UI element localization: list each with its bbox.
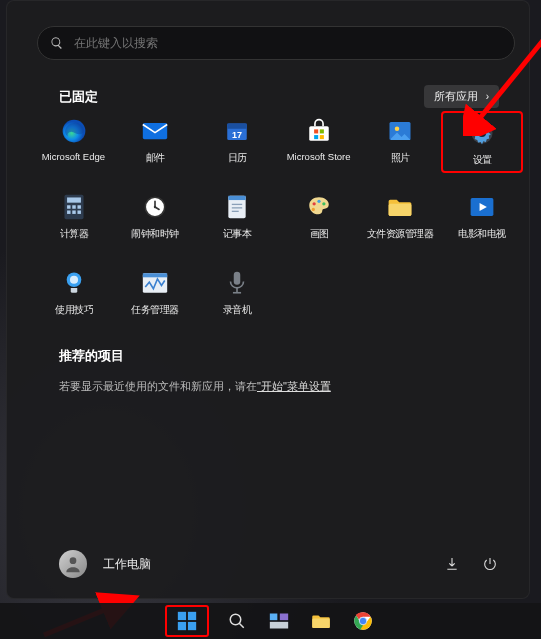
svg-rect-17	[72, 205, 75, 208]
svg-point-23	[154, 206, 156, 208]
search-icon	[228, 612, 246, 630]
folder-icon	[311, 612, 331, 630]
user-actions	[443, 555, 499, 573]
app-edge[interactable]: Microsoft Edge	[33, 111, 115, 173]
svg-rect-38	[143, 273, 167, 277]
download-icon[interactable]	[443, 555, 461, 573]
svg-rect-7	[320, 129, 324, 133]
svg-rect-8	[314, 135, 318, 139]
svg-point-13	[478, 129, 486, 137]
svg-rect-47	[177, 622, 185, 630]
svg-point-42	[70, 557, 77, 564]
notepad-icon	[223, 193, 251, 221]
svg-point-11	[395, 127, 400, 132]
pinned-apps-grid: Microsoft Edge 邮件 17 日历 Microsoft Store …	[33, 111, 523, 325]
search-icon	[50, 36, 64, 50]
taskbar-chrome[interactable]	[349, 607, 377, 635]
taskmgr-icon	[141, 269, 169, 297]
edge-icon	[60, 117, 88, 145]
svg-point-36	[70, 276, 78, 284]
svg-rect-33	[389, 204, 412, 216]
svg-rect-21	[77, 210, 80, 213]
pinned-title: 已固定	[59, 88, 98, 106]
svg-rect-15	[67, 197, 81, 202]
svg-rect-5	[309, 126, 329, 141]
svg-rect-52	[279, 614, 287, 621]
start-settings-link[interactable]: "开始"菜单设置	[257, 380, 331, 392]
app-explorer[interactable]: 文件资源管理器	[360, 187, 442, 249]
mail-icon	[141, 117, 169, 145]
svg-rect-51	[269, 614, 277, 621]
app-clock[interactable]: 闹钟和时钟	[115, 187, 197, 249]
svg-rect-48	[187, 622, 195, 630]
app-label: 日历	[228, 151, 247, 164]
all-apps-button[interactable]: 所有应用 ›	[424, 85, 499, 108]
svg-rect-53	[269, 622, 287, 629]
app-label: 文件资源管理器	[367, 227, 434, 240]
app-calendar[interactable]: 17 日历	[196, 111, 278, 173]
power-icon[interactable]	[481, 555, 499, 573]
movies-icon	[468, 193, 496, 221]
app-label: 任务管理器	[132, 303, 180, 316]
app-notepad[interactable]: 记事本	[196, 187, 278, 249]
app-label: 设置	[473, 153, 492, 166]
app-label: 录音机	[223, 303, 252, 316]
svg-rect-9	[320, 135, 324, 139]
app-tips[interactable]: 使用技巧	[33, 263, 115, 325]
calendar-icon: 17	[223, 117, 251, 145]
svg-rect-54	[312, 619, 330, 628]
app-photos[interactable]: 照片	[360, 111, 442, 173]
taskbar-search[interactable]	[223, 607, 251, 635]
search-input[interactable]	[74, 36, 502, 50]
app-label: 使用技巧	[55, 303, 93, 316]
svg-point-29	[312, 202, 315, 205]
app-label: 计算器	[60, 227, 89, 240]
svg-rect-39	[234, 272, 241, 285]
paint-icon	[305, 193, 333, 221]
app-label: Microsoft Edge	[42, 151, 105, 161]
user-row: 工作电脑	[59, 550, 499, 578]
pinned-header: 已固定 所有应用 ›	[59, 85, 499, 108]
recommended-title: 推荐的项目	[59, 347, 331, 365]
taskbar-taskview[interactable]	[265, 607, 293, 635]
svg-rect-19	[67, 210, 70, 213]
taskview-icon	[269, 612, 289, 630]
app-label: 闹钟和时钟	[132, 227, 180, 240]
svg-point-31	[322, 202, 325, 205]
tips-icon	[60, 269, 88, 297]
svg-point-30	[317, 200, 320, 203]
svg-point-49	[230, 614, 241, 625]
svg-rect-1	[143, 123, 167, 139]
chevron-right-icon: ›	[486, 91, 489, 102]
user-avatar[interactable]	[59, 550, 87, 578]
calculator-icon	[60, 193, 88, 221]
windows-icon	[176, 610, 198, 632]
start-menu: 已固定 所有应用 › Microsoft Edge 邮件 17 日历	[6, 0, 530, 599]
app-mail[interactable]: 邮件	[115, 111, 197, 173]
svg-point-32	[312, 208, 315, 211]
app-label: 电影和电视	[458, 227, 506, 240]
svg-rect-3	[227, 124, 247, 129]
recommended-section: 推荐的项目 若要显示最近使用的文件和新应用，请在"开始"菜单设置	[59, 347, 331, 394]
recommended-hint: 若要显示最近使用的文件和新应用，请在"开始"菜单设置	[59, 379, 331, 394]
search-box[interactable]	[37, 26, 515, 60]
app-settings[interactable]: 设置	[441, 111, 523, 173]
app-store[interactable]: Microsoft Store	[278, 111, 360, 173]
app-taskmgr[interactable]: 任务管理器	[115, 263, 197, 325]
app-movies[interactable]: 电影和电视	[441, 187, 523, 249]
start-button[interactable]	[165, 605, 209, 637]
microphone-icon	[223, 269, 251, 297]
app-paint[interactable]: 画图	[278, 187, 360, 249]
taskbar-explorer[interactable]	[307, 607, 335, 635]
photos-icon	[386, 117, 414, 145]
app-label: 邮件	[146, 151, 165, 164]
app-recorder[interactable]: 录音机	[196, 263, 278, 325]
svg-rect-45	[177, 612, 185, 620]
svg-text:17: 17	[232, 130, 242, 140]
app-calculator[interactable]: 计算器	[33, 187, 115, 249]
svg-line-50	[239, 623, 244, 628]
app-label: 照片	[391, 151, 410, 164]
gear-icon	[468, 119, 496, 147]
svg-rect-6	[314, 129, 318, 133]
svg-rect-16	[67, 205, 70, 208]
